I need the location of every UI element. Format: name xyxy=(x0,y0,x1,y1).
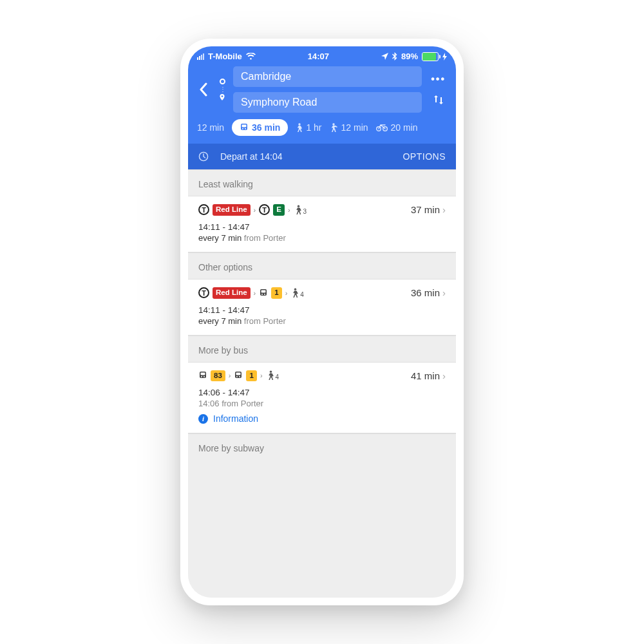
info-icon: i xyxy=(198,414,208,424)
clock-icon xyxy=(198,151,209,162)
route-duration: 41 min› xyxy=(411,370,446,381)
screen: T-Mobile 14:07 89% ⋮ Cambridge xyxy=(188,46,456,598)
origin-field[interactable]: Cambridge xyxy=(233,66,422,87)
walk-leg: 4 xyxy=(266,370,279,381)
route-legs: 83›1›4 xyxy=(198,370,279,382)
bike-icon xyxy=(376,124,388,131)
line-chip: E xyxy=(273,204,285,216)
chevron-right-icon: › xyxy=(254,206,256,214)
status-bar: T-Mobile 14:07 89% xyxy=(188,46,456,64)
svg-rect-22 xyxy=(236,373,241,375)
tab-car[interactable]: 12 min xyxy=(197,122,224,133)
route-legs: TRed Line›TE›3 xyxy=(198,204,307,216)
walk-leg: 4 xyxy=(290,288,304,298)
route-times: 14:11 - 14:47 xyxy=(198,305,446,315)
svg-rect-13 xyxy=(261,290,266,292)
tab-transit-label: 36 min xyxy=(252,122,280,133)
status-time: 14:07 xyxy=(308,52,329,61)
svg-point-17 xyxy=(204,376,205,377)
mode-tabs: 12 min 36 min 1 hr 12 min 20 min xyxy=(188,113,456,144)
chevron-right-icon: › xyxy=(442,287,446,298)
svg-point-20 xyxy=(236,376,238,377)
destination-field[interactable]: Symphony Road xyxy=(233,92,422,113)
section-more-bus: More by bus xyxy=(188,336,456,362)
bluetooth-icon xyxy=(392,52,397,61)
svg-point-2 xyxy=(245,128,246,129)
charging-icon xyxy=(442,53,447,61)
nav-row: ⋮ Cambridge Symphony Road ••• xyxy=(188,64,456,113)
route-dots: ⋮ xyxy=(218,79,227,100)
svg-point-12 xyxy=(264,294,265,295)
more-button[interactable]: ••• xyxy=(431,73,446,85)
route-duration: 37 min› xyxy=(411,204,446,215)
t-logo-icon: T xyxy=(259,204,270,215)
battery-pct: 89% xyxy=(401,52,418,61)
line-chip: Red Line xyxy=(213,287,251,299)
depart-row: Depart at 14:04 OPTIONS xyxy=(188,144,456,169)
svg-point-9 xyxy=(297,205,299,207)
destination-pin-icon xyxy=(219,94,225,100)
rideshare-icon xyxy=(330,123,338,133)
bus-icon xyxy=(198,371,207,380)
route-card[interactable]: TRed Line›1›436 min›14:11 - 14:47every 7… xyxy=(188,279,456,336)
svg-rect-3 xyxy=(242,125,247,128)
wifi-icon xyxy=(246,53,256,60)
options-button[interactable]: OPTIONS xyxy=(402,151,446,162)
tab-transit[interactable]: 36 min xyxy=(232,119,288,136)
svg-point-5 xyxy=(332,123,334,125)
depart-label[interactable]: Depart at 14:04 xyxy=(220,151,283,162)
chevron-right-icon: › xyxy=(442,370,446,381)
tab-rideshare[interactable]: 12 min xyxy=(330,122,368,133)
section-other-options: Other options xyxy=(188,252,456,279)
route-times: 14:11 - 14:47 xyxy=(198,222,446,232)
svg-point-14 xyxy=(294,288,296,290)
signal-icon xyxy=(197,53,204,60)
tab-bike-label: 20 min xyxy=(391,122,418,133)
t-logo-icon: T xyxy=(198,287,209,298)
chevron-right-icon: › xyxy=(442,204,446,215)
line-chip: 1 xyxy=(246,370,256,382)
svg-point-4 xyxy=(299,123,301,125)
tab-walk-label: 1 hr xyxy=(306,122,321,133)
chevron-right-icon: › xyxy=(288,206,290,214)
chevron-right-icon: › xyxy=(260,372,263,379)
route-times: 14:06 - 14:47 xyxy=(198,388,446,397)
svg-point-16 xyxy=(201,376,202,377)
transit-icon xyxy=(240,123,249,132)
svg-rect-18 xyxy=(201,373,205,375)
line-chip: 83 xyxy=(211,370,225,382)
header: T-Mobile 14:07 89% ⋮ Cambridge xyxy=(188,46,456,169)
walk-leg: 3 xyxy=(294,205,307,215)
t-logo-icon: T xyxy=(198,204,209,215)
back-button[interactable] xyxy=(196,79,211,100)
svg-point-23 xyxy=(269,371,271,373)
line-chip: Red Line xyxy=(213,204,251,216)
tab-walk[interactable]: 1 hr xyxy=(296,122,321,133)
walk-icon xyxy=(296,123,303,133)
route-card[interactable]: 83›1›441 min›14:06 - 14:4714:06 from Por… xyxy=(188,362,456,434)
bus-icon xyxy=(234,371,243,380)
route-info[interactable]: iInformation xyxy=(198,413,446,424)
chevron-right-icon: › xyxy=(254,289,256,297)
origin-dot-icon xyxy=(220,79,225,84)
section-more-subway: More by subway xyxy=(188,433,456,460)
section-least-walking: Least walking xyxy=(188,169,456,196)
tab-bike[interactable]: 20 min xyxy=(376,122,418,133)
route-card[interactable]: TRed Line›TE›337 min›14:11 - 14:47every … xyxy=(188,196,456,252)
swap-icon[interactable] xyxy=(433,94,444,106)
battery-icon xyxy=(422,52,439,61)
phone-frame: T-Mobile 14:07 89% ⋮ Cambridge xyxy=(180,39,464,605)
svg-point-1 xyxy=(242,128,243,129)
location-arrow-icon xyxy=(381,53,388,60)
results-list[interactable]: Least walking TRed Line›TE›337 min›14:11… xyxy=(188,169,456,598)
svg-point-11 xyxy=(261,294,263,295)
route-legs: TRed Line›1›4 xyxy=(198,287,304,299)
route-duration: 36 min› xyxy=(411,287,446,298)
chevron-right-icon: › xyxy=(285,289,288,297)
carrier-label: T-Mobile xyxy=(208,52,242,61)
line-chip: 1 xyxy=(271,287,281,299)
chevron-right-icon: › xyxy=(229,372,231,379)
tab-ride-label: 12 min xyxy=(341,122,368,133)
svg-point-21 xyxy=(239,376,240,377)
bus-icon xyxy=(259,289,268,298)
